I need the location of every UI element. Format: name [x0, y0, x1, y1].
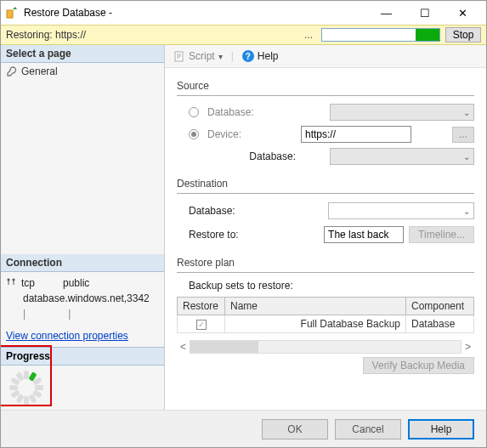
- row-name: Full Database Backup: [225, 315, 406, 333]
- help-icon: ?: [242, 50, 254, 62]
- conn-extra: | |: [23, 308, 71, 320]
- minimize-button[interactable]: —: [367, 1, 405, 25]
- sidebar-item-label: General: [21, 65, 58, 77]
- conn-schema: public: [63, 277, 89, 289]
- help-button[interactable]: Help: [408, 419, 474, 439]
- scroll-thumb[interactable]: [190, 341, 258, 353]
- connection-header: Connection: [1, 254, 164, 272]
- chevron-down-icon: ▾: [218, 52, 223, 61]
- status-bar: Restoring: https:// ... Stop: [1, 25, 486, 45]
- verify-backup-media-button: Verify Backup Media: [363, 357, 474, 374]
- conn-db: database.windows.net,3342: [23, 292, 150, 304]
- horizontal-scrollbar[interactable]: < >: [177, 340, 474, 354]
- col-restore: Restore: [178, 298, 225, 315]
- timeline-button: Timeline...: [409, 226, 474, 243]
- connection-info: tcp public database.windows.net,3342 | |: [1, 272, 164, 325]
- maximize-button[interactable]: ☐: [405, 1, 444, 25]
- scroll-left-icon[interactable]: <: [177, 341, 190, 353]
- plan-group-header: Restore plan: [177, 253, 474, 273]
- source-device-radio[interactable]: [189, 129, 199, 139]
- dest-db-label: Database:: [189, 205, 280, 217]
- cancel-button[interactable]: Cancel: [335, 419, 401, 439]
- script-button[interactable]: Script ▾: [170, 48, 226, 64]
- col-name: Name: [225, 298, 406, 315]
- server-icon: [6, 277, 18, 289]
- window-title: Restore Database -: [24, 7, 367, 19]
- row-component: Database: [406, 315, 474, 333]
- table-row[interactable]: ✓ Full Database Backup Database: [178, 315, 474, 333]
- source-db2-label: Database:: [207, 150, 301, 162]
- status-text: Restoring: https://: [6, 29, 296, 41]
- source-db2-combo: ⌄: [330, 148, 474, 165]
- view-connection-properties-link[interactable]: View connection properties: [1, 325, 164, 347]
- restore-checkbox[interactable]: ✓: [196, 320, 207, 330]
- restore-to-input[interactable]: [324, 226, 404, 243]
- scroll-right-icon[interactable]: >: [462, 341, 474, 353]
- select-page-header: Select a page: [1, 45, 164, 63]
- main-panel: Script ▾ | ? Help Source Database: ⌄ Dev…: [165, 45, 486, 410]
- conn-protocol: tcp: [21, 277, 59, 289]
- help-toolbar-button[interactable]: ? Help: [239, 48, 282, 64]
- sidebar: Select a page General Connection tcp pub…: [1, 45, 165, 410]
- title-bar: Restore Database - — ☐ ✕: [1, 1, 486, 25]
- col-component: Component: [406, 298, 474, 315]
- source-group-header: Source: [177, 77, 474, 96]
- dest-group-header: Destination: [177, 174, 474, 194]
- restore-icon: [5, 6, 19, 20]
- dialog-footer: OK Cancel Help: [1, 410, 486, 447]
- status-ellipsis-icon: ...: [301, 29, 316, 41]
- chevron-down-icon: ⌄: [463, 207, 470, 216]
- svg-rect-0: [7, 10, 13, 18]
- script-icon: [173, 50, 185, 62]
- ok-button[interactable]: OK: [262, 419, 328, 439]
- close-button[interactable]: ✕: [444, 1, 482, 25]
- dest-db-combo[interactable]: ⌄: [328, 202, 474, 219]
- browse-device-button[interactable]: ...: [452, 127, 474, 143]
- sidebar-item-general[interactable]: General: [1, 63, 164, 80]
- toolbar: Script ▾ | ? Help: [165, 45, 486, 68]
- progress-spinner-icon: [9, 371, 43, 405]
- source-database-label: Database:: [207, 106, 284, 118]
- plan-sub-label: Backup sets to restore:: [177, 278, 474, 297]
- chevron-down-icon: ⌄: [463, 108, 470, 117]
- stop-button[interactable]: Stop: [445, 27, 481, 43]
- source-database-combo: ⌄: [330, 104, 474, 121]
- source-device-input[interactable]: [301, 126, 411, 143]
- restore-to-label: Restore to:: [189, 229, 280, 241]
- source-device-label: Device:: [207, 128, 284, 140]
- wrench-icon: [6, 65, 18, 77]
- source-database-radio[interactable]: [189, 107, 199, 117]
- chevron-down-icon: ⌄: [463, 152, 470, 162]
- progress-header: Progress: [1, 347, 164, 366]
- backup-sets-table: Restore Name Component ✓ Full Database B…: [177, 297, 474, 333]
- status-progress-bar: [321, 28, 440, 42]
